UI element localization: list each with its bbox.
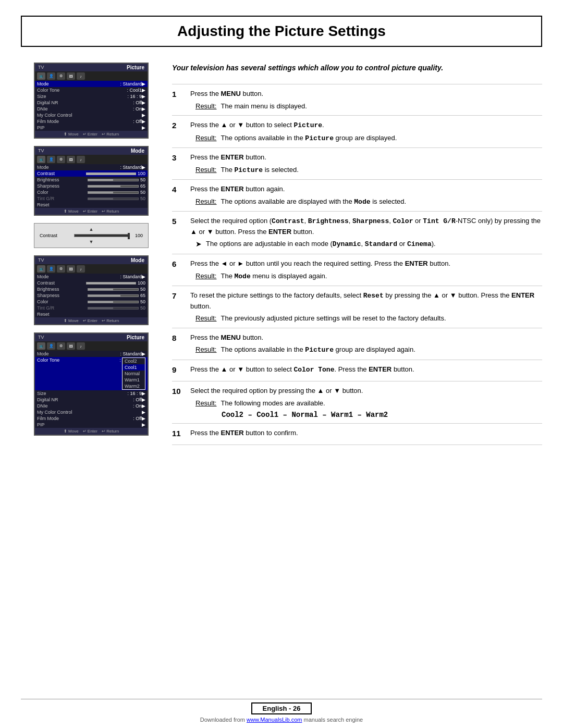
tv-header-4: TV Picture — [35, 334, 148, 341]
page-title: Adjusting the Picture Settings — [32, 23, 531, 40]
step-1-num: 1 — [172, 89, 185, 111]
slider-up-arrow: ▲ — [40, 227, 143, 232]
tv3-row-color: Color 50 — [35, 299, 148, 305]
tv-row-dnie-1: DNIe : On ▶ — [35, 106, 148, 112]
tv-footer-4: ⬆ Move ↵ Enter ↩ Return — [35, 428, 148, 435]
tv-label-3: TV — [38, 257, 44, 263]
tv-header-1: TV Picture — [35, 64, 148, 71]
tv-label-4: TV — [38, 335, 44, 340]
step-6: 6 Press the ◄ or ► button until you reac… — [172, 254, 542, 286]
contrast-value: 100 — [132, 233, 143, 238]
tv4-row-colortone: Color Tone : Cool2 Cool1 Normal Warm1 Wa… — [35, 357, 148, 390]
tv4-row-mode: Mode : Standard ▶ — [35, 351, 148, 357]
contrast-slider-box: ▲ Contrast 100 ▼ — [34, 223, 149, 248]
step-1-main: Press the MENU button. — [190, 89, 542, 99]
tv-row-pip-1: PIP ▶ — [35, 125, 148, 131]
tv-row-mode-1: Mode : Standard ▶ — [35, 81, 148, 87]
footer-download: Downloaded from www.ManualsLib.com manua… — [200, 717, 363, 723]
footer-download-link[interactable]: www.ManualsLib.com — [247, 717, 302, 723]
tv4-icon-1: 📺 — [37, 342, 45, 350]
colortone-dropdown: Cool2 Cool1 Normal Warm1 Warm2 — [122, 357, 145, 390]
page-header: Adjusting the Picture Settings — [21, 16, 542, 47]
tv3-row-sharpness: Sharpness 65 — [35, 292, 148, 299]
tv4-icon-4: 🖼 — [67, 342, 75, 350]
contrast-fill — [75, 235, 129, 237]
color-modes-display: Cool2 – Cool1 – Normal – Warm1 – Warm2 — [190, 410, 542, 419]
tv2-icon-2: 👤 — [47, 156, 55, 163]
tv3-icon-3: ⚙ — [57, 265, 65, 273]
step-3: 3 Press the ENTER button. Result: The Pi… — [172, 148, 542, 180]
tv2-icon-4: 🖼 — [67, 156, 75, 163]
contrast-slider-row: Contrast 100 — [40, 233, 143, 238]
step-6-content: Press the ◄ or ► button until you reach … — [190, 258, 542, 281]
tv4-row-pip: PIP ▶ — [35, 422, 148, 428]
tv-title-4: Picture — [127, 335, 144, 340]
footer-page-number: English - 26 — [251, 702, 312, 714]
step-5: 5 Select the required option (Contrast, … — [172, 212, 542, 254]
step-3-num: 3 — [172, 152, 185, 175]
step-6-num: 6 — [172, 258, 185, 281]
step-5-main: Select the required option (Contrast, Br… — [190, 216, 542, 237]
step-1-content: Press the MENU button. Result: The main … — [190, 89, 542, 111]
tv3-icon-2: 👤 — [47, 265, 55, 273]
tv-label-2: TV — [38, 148, 44, 154]
contrast-track — [74, 234, 129, 237]
step-4-content: Press the ENTER button again. Result: Th… — [190, 184, 542, 207]
step-8-result: Result: The options available in the Pic… — [190, 344, 542, 355]
intro-text: Your television has several settings whi… — [172, 63, 542, 73]
step-10-main: Select the required option by pressing t… — [190, 386, 542, 396]
tv2-row-reset: Reset — [35, 202, 148, 208]
step-11-main: Press the ENTER button to confirm. — [190, 428, 542, 438]
tv2-row-color: Color 50 — [35, 189, 148, 195]
step-9-content: Press the ▲ or ▼ button to select Color … — [190, 364, 542, 377]
tv2-icon-5: ♪ — [77, 156, 85, 163]
option-cool2: Cool2 — [123, 358, 145, 364]
step-6-main: Press the ◄ or ► button until you reach … — [190, 258, 542, 269]
step-3-content: Press the ENTER button. Result: The Pict… — [190, 152, 542, 175]
step-11: 11 Press the ENTER button to confirm. — [172, 424, 542, 445]
step-4: 4 Press the ENTER button again. Result: … — [172, 180, 542, 212]
step-4-result: Result: The options available are displa… — [190, 196, 542, 207]
step-7: 7 To reset the picture settings to the f… — [172, 286, 542, 328]
contrast-label: Contrast — [40, 233, 71, 238]
step-11-content: Press the ENTER button to confirm. — [190, 428, 542, 440]
step-7-result: Result: The previously adjusted picture … — [190, 313, 542, 324]
steps-list: 1 Press the MENU button. Result: The mai… — [172, 84, 542, 445]
tv-screen-1: TV Picture 📺 👤 ⚙ 🖼 ♪ Mode : Standard ▶ — [34, 63, 149, 139]
tv4-row-size: Size : 16 : 9 ▶ — [35, 390, 148, 397]
tv-icon-5: ♪ — [77, 72, 85, 80]
step-4-main: Press the ENTER button again. — [190, 184, 542, 194]
tv2-row-brightness: Brightness 50 — [35, 177, 148, 183]
tv-icon-4: 🖼 — [67, 72, 75, 80]
tv2-row-sharpness: Sharpness 65 — [35, 183, 148, 189]
option-cool1-selected: Cool1 — [123, 364, 145, 371]
step-8-num: 8 — [172, 332, 185, 355]
step-7-num: 7 — [172, 290, 185, 324]
slider-down-arrow: ▼ — [40, 239, 143, 244]
tv-screen-4: TV Picture 📺 👤 ⚙ 🖼 ♪ Mode : Standard ▶ — [34, 332, 149, 436]
step-11-num: 11 — [172, 428, 185, 440]
tv3-row-tint: Tint G/R 50 — [35, 305, 148, 311]
tv-icon-3: ⚙ — [57, 72, 65, 80]
step-3-result: Result: The Picture is selected. — [190, 165, 542, 176]
tv3-row-mode: Mode : Standard ▶ — [35, 274, 148, 280]
tv-footer-1: ⬆ Move ↵ Enter ↩ Return — [35, 131, 148, 138]
step-1: 1 Press the MENU button. Result: The mai… — [172, 84, 542, 116]
step-9: 9 Press the ▲ or ▼ button to select Colo… — [172, 360, 542, 382]
step-2-content: Press the ▲ or ▼ button to select Pictur… — [190, 120, 542, 143]
step-10: 10 Select the required option by pressin… — [172, 381, 542, 424]
option-warm1: Warm1 — [123, 377, 145, 383]
tv2-row-contrast: Contrast 100 — [35, 170, 148, 177]
step-7-main: To reset the picture settings to the fac… — [190, 290, 542, 311]
tv-label-1: TV — [38, 65, 44, 70]
right-column: Your television has several settings whi… — [172, 57, 542, 688]
tv-row-mycolor-1: My Color Control ▶ — [35, 112, 148, 118]
option-warm2: Warm2 — [123, 383, 145, 389]
step-10-content: Select the required option by pressing t… — [190, 386, 542, 419]
tv4-icon-3: ⚙ — [57, 342, 65, 350]
tv-screen-2: TV Mode 📺 👤 ⚙ 🖼 ♪ Mode : Standard ▶ — [34, 146, 149, 216]
footer-download-text: Downloaded from — [200, 717, 245, 723]
tv-title-3: Mode — [131, 257, 144, 263]
step-2-main: Press the ▲ or ▼ button to select Pictur… — [190, 120, 542, 131]
tv3-row-contrast: Contrast 100 — [35, 280, 148, 286]
